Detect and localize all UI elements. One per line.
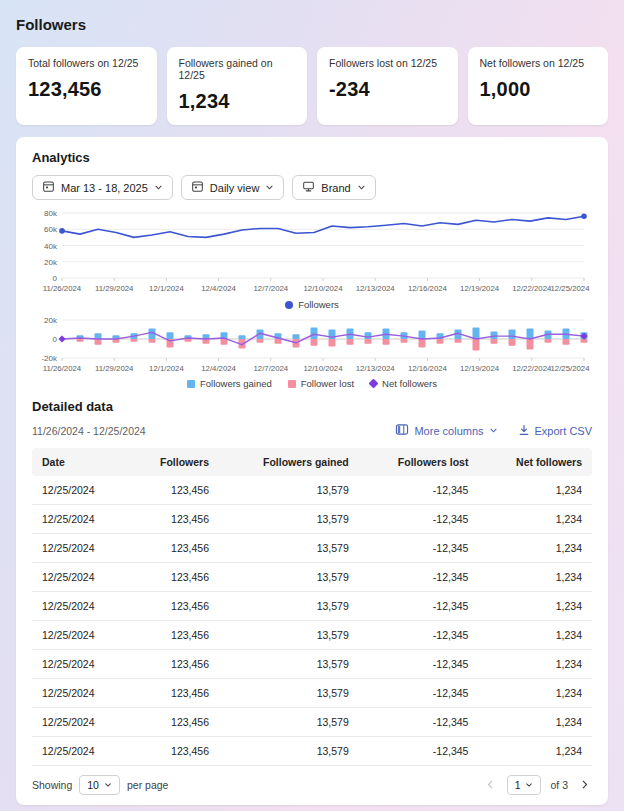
legend-label: Follower lost bbox=[301, 378, 354, 389]
table-row: 12/25/2024123,45613,579-12,3451,234 bbox=[32, 592, 592, 621]
svg-text:-20k: -20k bbox=[41, 354, 58, 363]
svg-text:12/10/2024: 12/10/2024 bbox=[303, 364, 343, 373]
table-cell: 12/25/2024 bbox=[32, 679, 128, 708]
net-legend-diamond bbox=[369, 379, 379, 389]
followers-legend-dot bbox=[285, 301, 293, 309]
table-row: 12/25/2024123,45613,579-12,3451,234 bbox=[32, 621, 592, 650]
gained-lost-bar-chart-svg: 20k0-20k11/26/202411/29/202412/1/202412/… bbox=[32, 315, 592, 373]
chevron-right-icon bbox=[579, 778, 590, 793]
table-cell: 12/25/2024 bbox=[32, 476, 128, 505]
detailed-table-head: DateFollowersFollowers gainedFollowers l… bbox=[32, 448, 592, 476]
stat-cards-row: Total followers on 12/25 123,456 Followe… bbox=[16, 47, 608, 125]
prev-page-button[interactable] bbox=[483, 776, 498, 795]
stat-card-net-followers: Net followers on 12/25 1,000 bbox=[468, 47, 609, 125]
gained-lost-bar-chart: 20k0-20k11/26/202411/29/202412/1/202412/… bbox=[32, 315, 592, 389]
legend-item-lost: Follower lost bbox=[288, 378, 354, 389]
legend-label: Followers gained bbox=[200, 378, 272, 389]
svg-text:20k: 20k bbox=[44, 258, 58, 267]
calendar-icon bbox=[191, 180, 204, 195]
svg-text:11/26/2024: 11/26/2024 bbox=[43, 284, 82, 293]
svg-text:12/1/2024: 12/1/2024 bbox=[149, 284, 184, 293]
bar-chart-legend: Followers gained Follower lost Net follo… bbox=[32, 378, 592, 389]
table-cell: 12/25/2024 bbox=[32, 737, 128, 766]
view-granularity-label: Daily view bbox=[210, 182, 260, 194]
table-cell: 123,456 bbox=[128, 592, 219, 621]
svg-text:11/26/2024: 11/26/2024 bbox=[43, 364, 82, 373]
svg-text:80k: 80k bbox=[44, 209, 58, 218]
next-page-button[interactable] bbox=[577, 776, 592, 795]
table-cell: 12/25/2024 bbox=[32, 563, 128, 592]
table-cell: 1,234 bbox=[478, 737, 592, 766]
table-cell: 123,456 bbox=[128, 650, 219, 679]
detailed-data-table: DateFollowersFollowers gainedFollowers l… bbox=[32, 448, 592, 766]
legend-item-net: Net followers bbox=[370, 378, 437, 389]
table-cell: 123,456 bbox=[128, 708, 219, 737]
chevron-down-icon bbox=[525, 779, 533, 791]
stat-value: 123,456 bbox=[28, 78, 145, 101]
table-cell: 123,456 bbox=[128, 534, 219, 563]
page-title: Followers bbox=[16, 16, 608, 33]
table-row: 12/25/2024123,45613,579-12,3451,234 bbox=[32, 534, 592, 563]
stat-card-followers-lost: Followers lost on 12/25 -234 bbox=[317, 47, 458, 125]
svg-text:12/7/2024: 12/7/2024 bbox=[253, 364, 288, 373]
table-cell: -12,345 bbox=[359, 563, 479, 592]
page-size-value: 10 bbox=[87, 779, 99, 791]
date-range-filter[interactable]: Mar 13 - 18, 2025 bbox=[32, 175, 173, 200]
analytics-title: Analytics bbox=[32, 150, 592, 165]
table-footer: Showing 10 per page 1 bbox=[32, 775, 592, 795]
svg-text:12/13/2024: 12/13/2024 bbox=[356, 364, 396, 373]
detailed-date-range: 11/26/2024 - 12/25/2024 bbox=[32, 425, 146, 437]
table-cell: -12,345 bbox=[359, 476, 479, 505]
svg-text:12/7/2024: 12/7/2024 bbox=[253, 284, 288, 293]
table-cell: 123,456 bbox=[128, 476, 219, 505]
table-cell: 13,579 bbox=[219, 621, 359, 650]
table-cell: -12,345 bbox=[359, 505, 479, 534]
table-row: 12/25/2024123,45613,579-12,3451,234 bbox=[32, 476, 592, 505]
table-cell: -12,345 bbox=[359, 650, 479, 679]
table-cell: 1,234 bbox=[478, 476, 592, 505]
table-cell: 13,579 bbox=[219, 592, 359, 621]
table-cell: 123,456 bbox=[128, 737, 219, 766]
brand-filter[interactable]: Brand bbox=[292, 175, 375, 200]
legend-label: Net followers bbox=[382, 378, 437, 389]
table-cell: 13,579 bbox=[219, 737, 359, 766]
export-csv-button[interactable]: Export CSV bbox=[518, 424, 592, 438]
svg-text:12/16/2024: 12/16/2024 bbox=[408, 284, 448, 293]
table-cell: 13,579 bbox=[219, 476, 359, 505]
table-header-cell: Followers bbox=[128, 448, 219, 476]
table-row: 12/25/2024123,45613,579-12,3451,234 bbox=[32, 563, 592, 592]
download-icon bbox=[518, 424, 530, 438]
detailed-table-body: 12/25/2024123,45613,579-12,3451,23412/25… bbox=[32, 476, 592, 766]
svg-text:12/16/2024: 12/16/2024 bbox=[408, 364, 448, 373]
table-cell: 13,579 bbox=[219, 679, 359, 708]
table-cell: -12,345 bbox=[359, 592, 479, 621]
table-cell: 12/25/2024 bbox=[32, 708, 128, 737]
table-cell: -12,345 bbox=[359, 737, 479, 766]
table-cell: 1,234 bbox=[478, 650, 592, 679]
svg-text:12/10/2024: 12/10/2024 bbox=[303, 284, 343, 293]
line-chart-legend: Followers bbox=[32, 299, 592, 310]
followers-line-chart-svg: 80k60k40k20k011/26/202411/29/202412/1/20… bbox=[32, 208, 592, 294]
table-cell: 12/25/2024 bbox=[32, 592, 128, 621]
table-header-cell: Net followers bbox=[478, 448, 592, 476]
gained-legend-swatch bbox=[187, 380, 195, 388]
chevron-down-icon bbox=[357, 182, 366, 194]
stat-value: 1,234 bbox=[179, 90, 296, 113]
table-cell: 13,579 bbox=[219, 563, 359, 592]
stat-label: Followers lost on 12/25 bbox=[329, 57, 446, 69]
detailed-data-title: Detailed data bbox=[32, 399, 592, 414]
followers-page: Followers Total followers on 12/25 123,4… bbox=[0, 0, 624, 811]
table-header-cell: Followers lost bbox=[359, 448, 479, 476]
more-columns-button[interactable]: More columns bbox=[395, 423, 497, 438]
table-cell: 1,234 bbox=[478, 621, 592, 650]
stat-card-total-followers: Total followers on 12/25 123,456 bbox=[16, 47, 157, 125]
stat-value: -234 bbox=[329, 78, 446, 101]
table-row: 12/25/2024123,45613,579-12,3451,234 bbox=[32, 505, 592, 534]
filter-row: Mar 13 - 18, 2025 Daily view Brand bbox=[32, 175, 592, 200]
page-number-select[interactable]: 1 bbox=[507, 775, 542, 795]
followers-line-chart: 80k60k40k20k011/26/202411/29/202412/1/20… bbox=[32, 208, 592, 310]
analytics-panel: Analytics Mar 13 - 18, 2025 Daily view bbox=[16, 137, 608, 805]
lost-legend-swatch bbox=[288, 380, 296, 388]
view-granularity-filter[interactable]: Daily view bbox=[181, 175, 285, 200]
page-size-select[interactable]: 10 bbox=[79, 775, 120, 795]
